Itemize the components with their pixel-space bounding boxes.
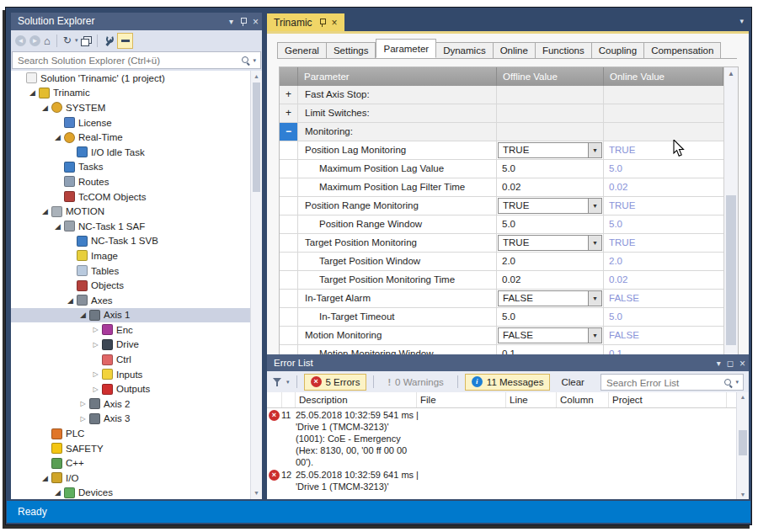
column-header-column[interactable]: Column <box>557 392 609 407</box>
tree-scrollbar[interactable]: ▲ ▼ <box>250 71 262 499</box>
expand-arrow-icon[interactable]: ▷ <box>77 415 88 423</box>
tree-item[interactable]: Tasks <box>11 160 262 175</box>
offline-value-cell[interactable]: TRUE▼ <box>497 141 604 159</box>
home-icon[interactable]: ⌂ <box>44 35 51 46</box>
tree-item[interactable]: ▷Enc <box>11 322 262 338</box>
error-entry[interactable]: ×1225.05.2018 10:32:59 641 ms |'Drive 1 … <box>267 468 736 492</box>
document-list-chevron-icon[interactable]: ▾ <box>739 17 744 25</box>
offline-value-cell[interactable]: FALSE▼ <box>497 290 604 307</box>
search-options-chevron-icon[interactable]: ▾ <box>735 379 739 386</box>
column-header-online-value[interactable]: Online Value <box>604 67 723 86</box>
window-position-chevron-icon[interactable]: ▾ <box>717 359 721 368</box>
tree-item[interactable]: Solution 'Trinamic' (1 project) <box>11 71 262 86</box>
offline-value-cell[interactable]: 5.0 <box>497 308 604 326</box>
column-header-file[interactable]: File <box>417 392 506 407</box>
scrollbar-thumb[interactable] <box>253 82 260 192</box>
expand-arrow-icon[interactable]: ▷ <box>90 386 101 393</box>
filter-funnel-icon[interactable] <box>272 377 282 387</box>
offline-value-cell[interactable]: TRUE▼ <box>497 234 604 252</box>
errors-filter-button[interactable]: × 5 Errors <box>304 374 367 391</box>
error-list-titlebar[interactable]: Error List ▾ ◻ × <box>267 354 749 371</box>
offline-value-cell[interactable] <box>497 104 604 122</box>
offline-value-cell[interactable]: 5.0 <box>497 215 604 233</box>
tab-coupling[interactable]: Coupling <box>592 42 644 59</box>
offline-value-cell[interactable]: TRUE▼ <box>497 197 604 215</box>
collapse-arrow-icon[interactable]: ◢ <box>77 311 88 319</box>
search-icon[interactable] <box>241 56 250 65</box>
expand-arrow-icon[interactable]: ▷ <box>77 400 88 407</box>
properties-wrench-icon[interactable] <box>104 35 114 46</box>
tree-item[interactable]: Objects <box>11 278 262 293</box>
collapse-arrow-icon[interactable]: ◢ <box>52 488 63 497</box>
expand-arrow-icon[interactable]: ▷ <box>90 326 101 333</box>
combobox-dropdown-icon[interactable]: ▼ <box>588 328 601 343</box>
pin-icon[interactable] <box>239 18 247 26</box>
value-combobox[interactable]: FALSE▼ <box>498 327 602 343</box>
tab-online[interactable]: Online <box>494 42 536 59</box>
column-header-line[interactable]: Line <box>506 392 557 407</box>
switch-views-icon[interactable] <box>81 36 91 45</box>
collapse-arrow-icon[interactable]: ◢ <box>40 104 51 112</box>
pin-icon[interactable] <box>318 19 326 27</box>
tree-item[interactable]: Tables <box>11 263 262 279</box>
offline-value-cell[interactable]: FALSE▼ <box>497 327 604 344</box>
tab-parameter[interactable]: Parameter <box>376 39 436 58</box>
collapse-arrow-icon[interactable]: ◢ <box>52 222 63 231</box>
collapse-arrow-icon[interactable]: ◢ <box>52 133 63 141</box>
tab-general[interactable]: General <box>277 42 327 59</box>
search-input[interactable] <box>12 51 261 69</box>
scrollbar-thumb[interactable] <box>726 195 736 345</box>
tab-settings[interactable]: Settings <box>327 42 376 59</box>
clear-button[interactable]: Clear <box>554 374 590 391</box>
tree-item[interactable]: Routes <box>11 174 262 189</box>
messages-filter-button[interactable]: i 11 Messages <box>465 374 551 391</box>
expand-group-button[interactable]: + <box>280 104 298 122</box>
tree-item[interactable]: ▷Axis 3 <box>11 412 262 427</box>
tree-item[interactable]: ◢Devices <box>11 486 262 499</box>
combobox-dropdown-icon[interactable]: ▼ <box>588 199 601 213</box>
value-combobox[interactable]: TRUE▼ <box>498 198 602 214</box>
column-header-description[interactable]: Description <box>296 392 417 407</box>
combobox-dropdown-icon[interactable]: ▼ <box>588 143 601 157</box>
tree-item[interactable]: ◢NC-Task 1 SAF <box>11 219 262 234</box>
preview-selected-icon[interactable] <box>117 33 133 49</box>
document-tab-trinamic[interactable]: Trinamic × <box>267 13 344 31</box>
tree-item[interactable]: TcCOM Objects <box>11 189 262 205</box>
collapse-arrow-icon[interactable]: ◢ <box>40 474 51 482</box>
tree-item[interactable]: Ctrl <box>11 352 262 367</box>
expand-arrow-icon[interactable]: ▷ <box>90 370 101 378</box>
scrollbar-thumb[interactable] <box>739 430 747 455</box>
offline-value-cell[interactable] <box>497 123 604 141</box>
grid-scrollbar[interactable]: ▲ <box>723 67 738 354</box>
tree-item[interactable]: NC-Task 1 SVB <box>11 234 262 249</box>
filter-dropdown-icon[interactable]: ▾ <box>75 37 78 44</box>
tree-item[interactable]: ◢MOTION <box>11 204 262 219</box>
scroll-down-icon[interactable]: ▼ <box>737 492 749 497</box>
value-combobox[interactable]: FALSE▼ <box>498 290 602 306</box>
tree-item[interactable]: PLC <box>11 426 262 441</box>
column-header-expander[interactable] <box>280 67 298 86</box>
pending-changes-filter-icon[interactable]: ↻ <box>63 35 72 45</box>
tree-item[interactable]: ◢Real-Time <box>11 130 262 145</box>
error-entry[interactable]: ×1125.05.2018 10:32:59 541 ms |'Drive 1 … <box>267 408 736 468</box>
collapse-group-button[interactable]: − <box>280 123 298 141</box>
search-icon[interactable] <box>723 378 733 387</box>
tree-item[interactable]: SAFETY <box>11 441 262 456</box>
filter-dropdown-icon[interactable]: ▾ <box>286 379 290 386</box>
warnings-filter-button[interactable]: ! 0 Warnings <box>381 374 450 391</box>
column-header-project[interactable]: Project <box>609 392 727 407</box>
tree-item[interactable]: ▷Drive <box>11 338 262 353</box>
collapse-arrow-icon[interactable]: ◢ <box>27 88 38 97</box>
collapse-arrow-icon[interactable]: ◢ <box>40 207 51 215</box>
tree-item[interactable]: ▷Inputs <box>11 367 262 382</box>
close-icon[interactable]: × <box>332 18 338 28</box>
expand-arrow-icon[interactable]: ▷ <box>90 341 101 348</box>
scroll-up-icon[interactable]: ▲ <box>251 72 262 82</box>
offline-value-cell[interactable]: 0.02 <box>497 178 604 196</box>
maximize-icon[interactable]: ◻ <box>727 359 734 368</box>
tree-item[interactable]: ◢SYSTEM <box>11 100 262 115</box>
tab-dynamics[interactable]: Dynamics <box>436 42 493 59</box>
error-list-scrollbar[interactable]: ▲ ▼ <box>736 392 749 499</box>
tree-item[interactable]: C++ <box>11 455 262 471</box>
close-icon[interactable]: × <box>253 18 259 26</box>
